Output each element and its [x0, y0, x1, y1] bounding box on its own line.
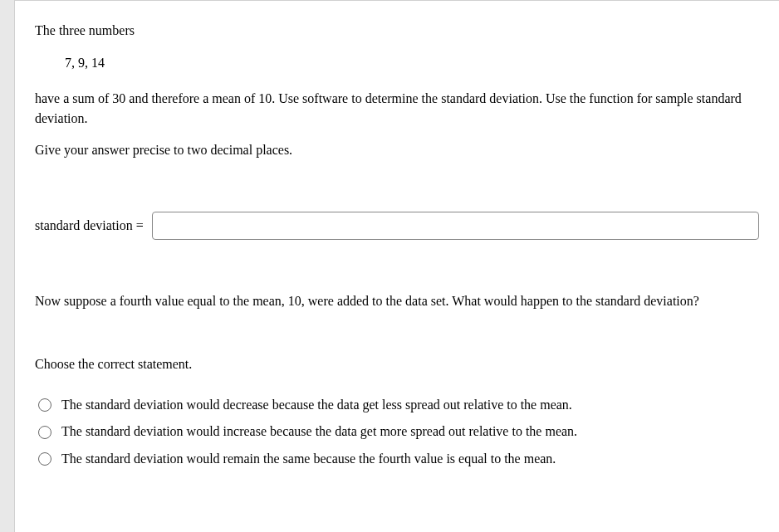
followup-prompt: Now suppose a fourth value equal to the … [35, 291, 759, 311]
radio-group: The standard deviation would decrease be… [38, 396, 759, 468]
left-margin [0, 0, 15, 532]
numbers-display: 7, 9, 14 [65, 56, 759, 71]
page-container: The three numbers 7, 9, 14 have a sum of… [0, 0, 779, 532]
choose-statement-label: Choose the correct statement. [35, 354, 759, 374]
std-dev-label: standard deviation = [35, 218, 144, 233]
radio-label-1: The standard deviation would decrease be… [61, 396, 572, 414]
intro-text: The three numbers [35, 21, 759, 41]
radio-option-2[interactable]: The standard deviation would increase be… [38, 422, 759, 441]
std-dev-input-row: standard deviation = [35, 212, 759, 240]
content-area: The three numbers 7, 9, 14 have a sum of… [15, 0, 779, 532]
radio-label-2: The standard deviation would increase be… [61, 422, 577, 441]
radio-circle-icon[interactable] [38, 398, 51, 412]
radio-option-1[interactable]: The standard deviation would decrease be… [38, 396, 759, 414]
description-text: have a sum of 30 and therefore a mean of… [35, 89, 759, 129]
radio-circle-icon[interactable] [38, 452, 51, 466]
radio-label-3: The standard deviation would remain the … [61, 450, 556, 468]
radio-option-3[interactable]: The standard deviation would remain the … [38, 450, 759, 468]
precision-note: Give your answer precise to two decimal … [35, 140, 759, 160]
radio-circle-icon[interactable] [38, 426, 51, 439]
std-dev-input[interactable] [152, 212, 759, 240]
